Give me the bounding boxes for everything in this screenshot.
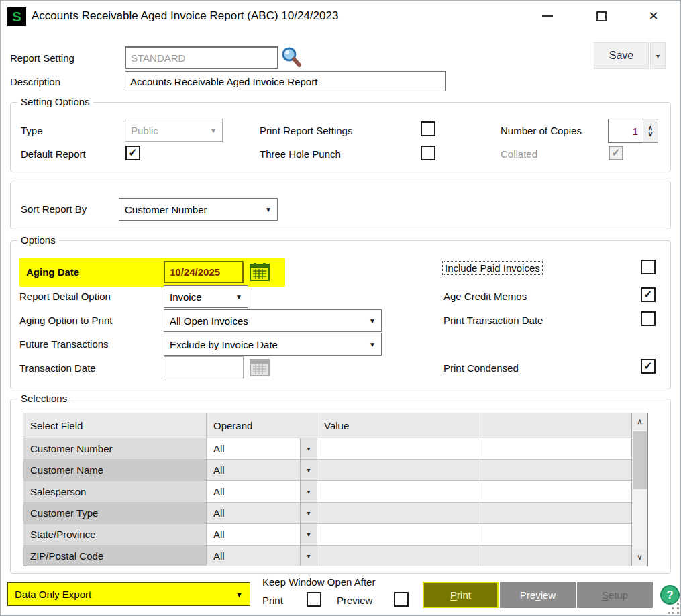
sort-report-by-label: Sort Report By — [21, 203, 87, 215]
dropdown-arrow-icon: ▼ — [235, 293, 242, 301]
close-icon: ✕ — [648, 10, 658, 22]
extra-cell — [478, 524, 632, 546]
future-transactions-label: Future Transactions — [19, 338, 109, 350]
select-field-cell[interactable]: Customer Number — [23, 438, 207, 460]
table-row: State/Province All ▾ — [23, 524, 647, 546]
lookup-magnifier-icon[interactable] — [280, 46, 302, 69]
select-field-cell[interactable]: Customer Type — [23, 503, 207, 524]
close-button[interactable]: ✕ — [638, 5, 669, 28]
table-row: ZIP/Postal Code All ▾ — [23, 546, 647, 566]
operand-dropdown-button[interactable]: ▾ — [300, 460, 317, 480]
scroll-up-button[interactable]: ∧ — [632, 413, 647, 430]
save-dropdown-button[interactable]: ▾ — [650, 42, 666, 69]
value-cell[interactable] — [317, 438, 478, 460]
scroll-down-icon: ∨ — [637, 553, 642, 562]
table-row: Customer Number All ▾ — [23, 438, 647, 460]
three-hole-punch-checkbox[interactable] — [421, 146, 435, 160]
age-credit-memos-label: Age Credit Memos — [443, 291, 527, 302]
age-credit-memos-checkbox[interactable]: ✓ — [641, 287, 656, 302]
print-button[interactable]: Print — [423, 582, 499, 608]
column-header-operand[interactable]: Operand — [207, 413, 317, 438]
operand-dropdown-button[interactable]: ▾ — [300, 481, 317, 502]
value-cell[interactable] — [317, 481, 478, 503]
window-title: Accounts Receivable Aged Invoice Report … — [32, 9, 338, 23]
table-row: Customer Name All ▾ — [23, 460, 647, 481]
report-setting-label: Report Setting — [10, 52, 74, 64]
select-field-cell[interactable]: ZIP/Postal Code — [23, 546, 207, 566]
keep-open-preview-checkbox[interactable] — [394, 592, 409, 607]
operand-dropdown-button[interactable]: ▾ — [300, 438, 317, 459]
dropdown-arrow-icon: ▼ — [369, 317, 376, 325]
calendar-disabled-icon — [250, 358, 270, 376]
number-of-copies-input[interactable]: 1 — [608, 119, 643, 143]
scroll-down-button[interactable]: ∨ — [632, 549, 647, 566]
default-report-checkbox[interactable]: ✓ — [125, 146, 140, 160]
report-detail-option-label: Report Detail Option — [19, 291, 111, 302]
operand-dropdown-button[interactable]: ▾ — [300, 503, 317, 523]
preview-button[interactable]: Preview — [500, 582, 576, 608]
include-paid-invoices-checkbox[interactable] — [641, 260, 656, 274]
value-cell[interactable] — [317, 503, 478, 524]
extra-cell — [478, 438, 632, 460]
resize-grip-icon[interactable] — [668, 599, 679, 614]
operand-cell[interactable]: All ▾ — [207, 546, 317, 566]
description-input[interactable]: Accounts Receivable Aged Invoice Report — [125, 71, 446, 91]
print-report-settings-checkbox[interactable] — [421, 121, 435, 136]
three-hole-punch-label: Three Hole Punch — [260, 148, 341, 160]
print-condensed-checkbox[interactable]: ✓ — [641, 359, 656, 374]
default-report-label: Default Report — [21, 148, 86, 160]
dropdown-arrow-icon: ▾ — [307, 509, 310, 517]
operand-dropdown-button[interactable]: ▾ — [300, 546, 317, 566]
sort-report-by-select[interactable]: Customer Number▼ — [119, 198, 278, 221]
dropdown-arrow-icon: ▼ — [210, 127, 217, 134]
dropdown-arrow-icon: ▾ — [307, 488, 310, 495]
maximize-button[interactable] — [586, 5, 617, 28]
minimize-icon — [542, 15, 553, 17]
dialog-window: S Accounts Receivable Aged Invoice Repor… — [0, 0, 681, 616]
select-field-cell[interactable]: State/Province — [23, 524, 207, 546]
select-field-cell[interactable]: Customer Name — [23, 460, 207, 481]
aging-option-to-print-label: Aging Option to Print — [19, 315, 112, 326]
export-format-select[interactable]: Data Only Export ▼ — [7, 582, 250, 606]
print-condensed-label: Print Condensed — [443, 362, 519, 374]
include-paid-invoices-label: Include Paid Invoices — [442, 261, 543, 275]
check-icon: ✓ — [643, 361, 652, 372]
maximize-icon — [596, 11, 607, 21]
minimize-button[interactable] — [532, 5, 563, 28]
operand-cell[interactable]: All ▾ — [207, 438, 317, 460]
operand-cell[interactable]: All ▾ — [207, 460, 317, 481]
table-row: Salesperson All ▾ — [23, 481, 647, 503]
operand-cell[interactable]: All ▾ — [207, 503, 317, 524]
table-row: Customer Type All ▾ — [23, 503, 647, 524]
aging-date-input[interactable]: 10/24/2025 — [164, 261, 244, 283]
keep-open-print-checkbox[interactable] — [307, 592, 321, 607]
report-setting-input[interactable]: STANDARD — [125, 46, 278, 69]
operand-cell[interactable]: All ▾ — [207, 481, 317, 503]
transaction-date-label: Transaction Date — [19, 362, 96, 374]
operand-dropdown-button[interactable]: ▾ — [300, 524, 317, 545]
print-transaction-date-checkbox[interactable] — [641, 311, 656, 326]
value-cell[interactable] — [317, 460, 478, 481]
dropdown-arrow-icon: ▼ — [265, 206, 272, 213]
column-header-value[interactable]: Value — [317, 413, 478, 438]
scrollbar-thumb[interactable] — [633, 431, 647, 489]
select-field-cell[interactable]: Salesperson — [23, 481, 207, 503]
dropdown-arrow-icon: ▾ — [307, 531, 310, 538]
sort-group — [10, 181, 671, 229]
table-scrollbar[interactable]: ∧ ∨ — [631, 413, 647, 566]
app-logo-icon: S — [7, 7, 26, 26]
table-header-row: Select Field Operand Value — [23, 413, 647, 438]
aging-option-to-print-select[interactable]: All Open Invoices▼ — [164, 309, 382, 332]
column-header-select-field[interactable]: Select Field — [23, 413, 207, 438]
value-cell[interactable] — [317, 524, 478, 546]
save-button[interactable]: Save — [594, 42, 649, 69]
report-detail-option-select[interactable]: Invoice▼ — [164, 285, 248, 308]
copies-spinner[interactable]: ∧ ∨ — [643, 119, 658, 143]
value-cell[interactable] — [317, 546, 478, 566]
calendar-icon[interactable] — [250, 262, 270, 281]
spinner-down-icon[interactable]: ∨ — [648, 131, 653, 137]
future-transactions-select[interactable]: Exclude by Invoice Date▼ — [164, 333, 382, 356]
transaction-date-input[interactable] — [164, 356, 244, 378]
dropdown-arrow-icon: ▼ — [369, 341, 376, 348]
operand-cell[interactable]: All ▾ — [207, 524, 317, 546]
